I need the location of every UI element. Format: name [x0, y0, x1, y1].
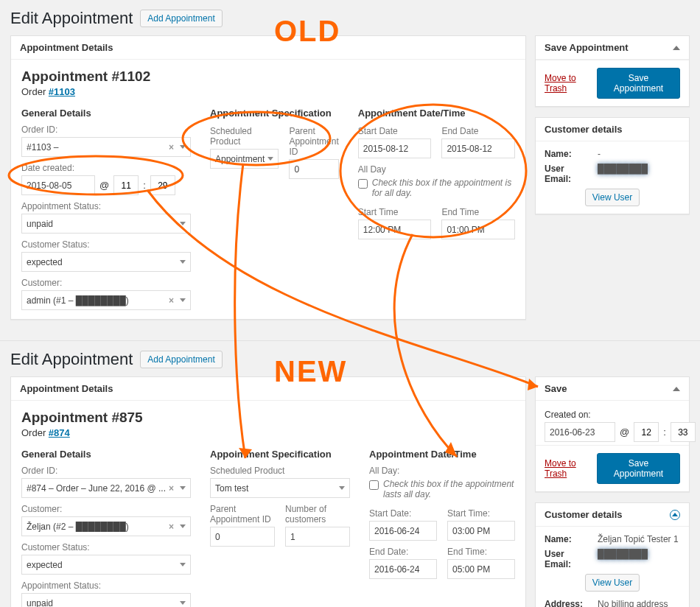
customer-select[interactable]: Željan (#2 – ████████) × — [21, 516, 191, 536]
end-date-input[interactable] — [441, 138, 515, 158]
view-user-button[interactable]: View User — [585, 574, 640, 592]
created-date-input[interactable] — [545, 422, 615, 442]
old-screen: Edit Appointment Add Appointment Appoint… — [0, 0, 700, 340]
cust-name-label: Name: — [545, 149, 593, 159]
order-id-select[interactable]: #874 – Order – June 22, 2016 @ ... × — [21, 478, 191, 498]
cust-email-value: ████████ — [598, 164, 680, 184]
start-time-label: Start Time: — [447, 508, 515, 519]
page-title: Edit Appointment — [10, 350, 133, 369]
minute-input[interactable] — [150, 175, 175, 195]
cust-address-value: No billing address set. — [598, 599, 680, 607]
order-link[interactable]: #1103 — [49, 86, 75, 97]
cust-name-value: - — [598, 149, 680, 159]
date-created-input[interactable] — [21, 175, 95, 195]
all-day-help: Check this box if the appointment is for… — [372, 178, 515, 198]
chevron-down-icon — [180, 145, 186, 149]
chevron-down-icon — [267, 157, 273, 161]
datetime-heading: Appointment Date/Time — [358, 108, 515, 119]
customer-status-select[interactable]: expected — [21, 555, 191, 575]
start-time-input[interactable] — [447, 521, 515, 541]
all-day-label: All Day — [358, 164, 515, 175]
status-select[interactable]: unpaid — [21, 214, 191, 234]
numcust-input[interactable] — [285, 527, 350, 547]
parent-id-input[interactable] — [210, 527, 275, 547]
cust-name-label: Name: — [545, 534, 593, 544]
all-day-help: Check this box if the appointment lasts … — [383, 479, 515, 499]
general-details-column: General Details Order ID: #1103 – × Date… — [21, 108, 191, 310]
collapse-icon[interactable] — [673, 46, 680, 50]
save-panel: Save Created on: @ : Move to Trash Sav — [535, 376, 690, 492]
end-date-label: End Date: — [369, 547, 437, 557]
customer-details-panel: Customer details Name:Željan Topić Teste… — [535, 502, 690, 607]
order-line: Order #874 — [21, 427, 515, 438]
save-panel: Save Appointment Move to Trash Save Appo… — [535, 35, 690, 107]
appointment-details-panel: Appointment Details Appointment #1102 Or… — [10, 35, 526, 320]
cust-name-value: Željan Topić Tester 1 — [598, 534, 680, 544]
panel-title: Appointment Details — [20, 383, 113, 394]
created-minute-input[interactable] — [671, 422, 696, 442]
cust-email-label: User Email: — [545, 164, 593, 184]
add-appointment-button[interactable]: Add Appointment — [140, 10, 222, 27]
new-screen: Edit Appointment Add Appointment Appoint… — [0, 341, 700, 607]
start-date-input[interactable] — [358, 138, 432, 158]
order-link[interactable]: #874 — [49, 427, 70, 438]
all-day-checkbox[interactable] — [358, 179, 368, 189]
numcust-label: Number of customers — [285, 504, 350, 524]
collapse-icon[interactable] — [670, 510, 680, 520]
save-panel-title: Save — [545, 383, 567, 394]
general-details-column: General Details Order ID: #874 – Order –… — [21, 449, 191, 607]
end-time-input[interactable] — [447, 559, 515, 579]
all-day-checkbox[interactable] — [369, 480, 379, 490]
clear-icon[interactable]: × — [166, 483, 177, 494]
date-created-label: Date created: — [21, 163, 191, 173]
parent-id-input[interactable] — [289, 159, 338, 179]
clear-icon[interactable]: × — [166, 522, 177, 532]
appointment-details-panel: Appointment Details Appointment #875 Ord… — [10, 376, 526, 607]
end-date-input[interactable] — [369, 559, 437, 579]
customer-select[interactable]: admin (#1 – ████████) × — [21, 290, 191, 310]
chevron-down-icon — [180, 298, 186, 302]
chevron-down-icon — [180, 563, 186, 566]
product-select[interactable]: Appointment — [210, 149, 279, 169]
hour-input[interactable] — [113, 175, 139, 195]
customer-status-select[interactable]: expected — [21, 252, 191, 272]
move-to-trash-link[interactable]: Move to Trash — [545, 458, 597, 479]
product-label: Scheduled Product — [210, 126, 279, 147]
clear-icon[interactable]: × — [166, 142, 177, 152]
customer-details-panel: Customer details Name:- User Email:█████… — [535, 117, 690, 214]
start-date-label: Start Date — [358, 126, 432, 136]
chevron-down-icon — [180, 486, 186, 490]
customer-panel-title: Customer details — [545, 509, 622, 520]
start-time-input[interactable] — [358, 220, 432, 239]
spec-heading: Appointment Specification — [210, 449, 350, 460]
appointment-heading: Appointment #1102 — [21, 69, 515, 85]
add-appointment-button[interactable]: Add Appointment — [140, 351, 222, 368]
spec-heading: Appointment Specification — [210, 108, 339, 119]
start-date-input[interactable] — [369, 521, 437, 541]
chevron-down-icon — [180, 524, 186, 528]
parent-id-label: Parent Appointment ID — [289, 126, 338, 157]
parent-id-label: Parent Appointment ID — [210, 504, 275, 524]
move-to-trash-link[interactable]: Move to Trash — [545, 73, 597, 94]
chevron-down-icon — [180, 260, 186, 264]
customer-status-label: Customer Status: — [21, 239, 191, 250]
save-appointment-button[interactable]: Save Appointment — [597, 68, 680, 99]
cust-email-value: ████████ — [598, 549, 680, 569]
product-select[interactable]: Tom test — [210, 478, 350, 498]
status-select[interactable]: unpaid — [21, 593, 191, 607]
clear-icon[interactable]: × — [166, 295, 177, 306]
created-hour-input[interactable] — [634, 422, 659, 442]
save-appointment-button[interactable]: Save Appointment — [597, 453, 680, 484]
collapse-icon[interactable] — [673, 387, 680, 391]
end-time-input[interactable] — [441, 220, 515, 239]
datetime-heading: Appointment Date/Time — [369, 449, 515, 460]
chevron-down-icon — [180, 222, 186, 225]
customer-status-label: Customer Status: — [21, 542, 191, 552]
order-id-select[interactable]: #1103 – × — [21, 137, 191, 157]
view-user-button[interactable]: View User — [585, 189, 640, 206]
save-panel-title: Save Appointment — [545, 42, 629, 53]
chevron-down-icon — [180, 601, 186, 605]
general-heading: General Details — [21, 108, 191, 119]
created-on-label: Created on: — [545, 410, 680, 420]
start-time-label: Start Time — [358, 207, 432, 217]
